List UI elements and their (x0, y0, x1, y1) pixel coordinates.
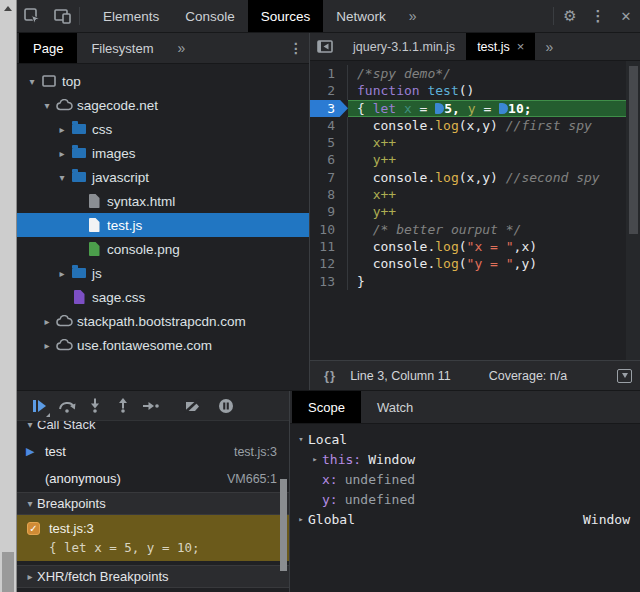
line-number[interactable]: 13 (310, 273, 348, 290)
tab-watch[interactable]: Watch (361, 391, 429, 423)
line-number[interactable]: 9 (310, 203, 348, 220)
chevron-right-icon[interactable]: ▸ (55, 124, 69, 135)
step-out-button[interactable] (109, 393, 137, 419)
scope-entry-x[interactable]: x:undefined (290, 469, 640, 489)
chevron-right-icon[interactable]: ▸ (55, 148, 69, 159)
step-over-button[interactable] (53, 393, 81, 419)
more-navigator-tabs-button[interactable]: » (168, 33, 196, 63)
tree-item-stackpath-bootstrapcdn-com[interactable]: ▸stackpath.bootstrapcdn.com (17, 309, 309, 333)
resume-button[interactable] (25, 393, 53, 419)
navigator-menu-kebab-icon[interactable]: ⋮ (283, 33, 309, 63)
code-token: test (427, 83, 458, 98)
tree-item-javascript[interactable]: ▾javascript (17, 165, 309, 189)
code-line[interactable]: 12 console.log("y = ",y) (310, 255, 640, 272)
code-line[interactable]: 8 x++ (310, 186, 640, 203)
code-line[interactable]: 6 y++ (310, 151, 640, 168)
code-line[interactable]: 4 console.log(x,y) //first spy (310, 117, 640, 134)
os-vertical-scrollbar[interactable] (0, 0, 17, 592)
editor-scrollbar[interactable] (626, 61, 640, 360)
step-button[interactable] (137, 393, 165, 419)
tree-item-top[interactable]: ▾top (17, 69, 309, 93)
callstack-frame--anonymous-[interactable]: (anonymous)VM665:1 (17, 465, 289, 492)
chevron-right-icon[interactable]: ▸ (294, 514, 308, 524)
callstack-section-header[interactable]: ▾ Call Stack (17, 421, 289, 438)
show-navigator-icon[interactable] (310, 33, 340, 60)
breakpoint-checkbox[interactable]: ✓ (27, 522, 40, 535)
settings-gear-icon[interactable]: ⚙ (556, 0, 584, 32)
code-area[interactable]: 1/*spy demo*/2function test()3{ let x = … (310, 61, 640, 290)
scope-entry-this[interactable]: ▸this:Window (290, 449, 640, 469)
code-line[interactable]: 9 y++ (310, 203, 640, 220)
more-editor-tabs-button[interactable]: » (535, 33, 563, 60)
chevron-right-icon[interactable]: ▸ (308, 454, 322, 464)
coverage-toggle-icon[interactable] (617, 369, 632, 383)
chevron-right-icon[interactable]: ▸ (55, 268, 69, 279)
step-into-button[interactable] (81, 393, 109, 419)
breakpoints-section-header[interactable]: ▾ Breakpoints (17, 492, 289, 515)
tab-network[interactable]: Network (323, 0, 399, 32)
close-devtools-icon[interactable]: ✕ (612, 0, 640, 32)
tree-item-images[interactable]: ▸images (17, 141, 309, 165)
chevron-right-icon[interactable]: ▸ (40, 340, 54, 351)
editor-scrollbar-thumb[interactable] (629, 66, 638, 234)
chevron-down-icon[interactable]: ▾ (294, 434, 308, 444)
tab-scope[interactable]: Scope (292, 391, 361, 423)
line-number[interactable]: 11 (310, 238, 348, 255)
tree-item-use-fontawesome-com[interactable]: ▸use.fontawesome.com (17, 333, 309, 357)
chevron-down-icon[interactable]: ▾ (40, 100, 54, 111)
code-line[interactable]: 1/*spy demo*/ (310, 65, 640, 82)
line-number[interactable]: 5 (310, 134, 348, 151)
tab-console[interactable]: Console (172, 0, 248, 32)
scope-entry-local[interactable]: ▾Local (290, 429, 640, 449)
inspect-icon[interactable] (17, 0, 47, 32)
line-number[interactable]: 1 (310, 65, 348, 82)
scope-entry-y[interactable]: y:undefined (290, 489, 640, 509)
line-number[interactable]: 8 (310, 186, 348, 203)
more-tabs-button[interactable]: » (399, 0, 427, 32)
code-token: log (435, 170, 458, 185)
code-line[interactable]: 5 x++ (310, 134, 640, 151)
code-line[interactable]: 10 /* better ourput */ (310, 221, 640, 238)
line-number[interactable]: 2 (310, 82, 348, 99)
callstack-frame-test[interactable]: ▶testtest.js:3 (17, 438, 289, 465)
navigator-tab-filesystem[interactable]: Filesystem (77, 33, 167, 63)
tree-item-console-png[interactable]: console.png (17, 237, 309, 261)
paused-line-number[interactable]: 3 (310, 100, 348, 117)
tree-item-css[interactable]: ▸css (17, 117, 309, 141)
editor-tab-test-js[interactable]: test.js× (466, 33, 535, 60)
tree-item-test-js[interactable]: test.js (17, 213, 309, 237)
device-toolbar-icon[interactable] (47, 0, 77, 32)
tab-sources[interactable]: Sources (248, 0, 324, 32)
editor-tab-jquery-3-1-1-min-js[interactable]: jquery-3.1.1.min.js (342, 33, 466, 60)
scrollbar-thumb[interactable] (2, 552, 14, 592)
tree-item-sage-css[interactable]: sage.css (17, 285, 309, 309)
debugger-pane-scrollbar-thumb[interactable] (280, 479, 287, 571)
line-number[interactable]: 10 (310, 221, 348, 238)
execution-line[interactable]: 3{ let x = 5, y = 10; (310, 100, 640, 117)
pause-on-exceptions-button[interactable] (212, 393, 240, 419)
more-options-kebab-icon[interactable]: ⋮ (584, 0, 612, 32)
tab-elements[interactable]: Elements (90, 0, 172, 32)
deactivate-breakpoints-button[interactable] (178, 393, 206, 419)
tree-item-js[interactable]: ▸js (17, 261, 309, 285)
line-number[interactable]: 4 (310, 117, 348, 134)
tree-item-syntax-html[interactable]: syntax.html (17, 189, 309, 213)
code-line[interactable]: 11 console.log("x = ",x) (310, 238, 640, 255)
scope-entry-global[interactable]: ▸GlobalWindow (290, 509, 640, 529)
line-number[interactable]: 7 (310, 169, 348, 186)
scrollbar-up-button[interactable] (0, 0, 16, 16)
code-line[interactable]: 7 console.log(x,y) //second spy (310, 169, 640, 186)
breakpoint-entry[interactable]: ✓test.js:3{ let x = 5, y = 10; (17, 515, 289, 561)
line-number[interactable]: 6 (310, 151, 348, 168)
chevron-down-icon[interactable]: ▾ (25, 76, 39, 87)
navigator-tab-page[interactable]: Page (19, 33, 77, 63)
xhr-breakpoints-section-header[interactable]: ▸ XHR/fetch Breakpoints (17, 565, 289, 588)
chevron-down-icon[interactable]: ▾ (55, 172, 69, 183)
chevron-right-icon[interactable]: ▸ (40, 316, 54, 327)
pretty-print-icon[interactable]: {} (324, 368, 336, 383)
code-line[interactable]: 13} (310, 273, 640, 290)
tree-item-sagecode-net[interactable]: ▾sagecode.net (17, 93, 309, 117)
close-tab-icon[interactable]: × (517, 39, 525, 54)
code-line[interactable]: 2function test() (310, 82, 640, 99)
line-number[interactable]: 12 (310, 255, 348, 272)
